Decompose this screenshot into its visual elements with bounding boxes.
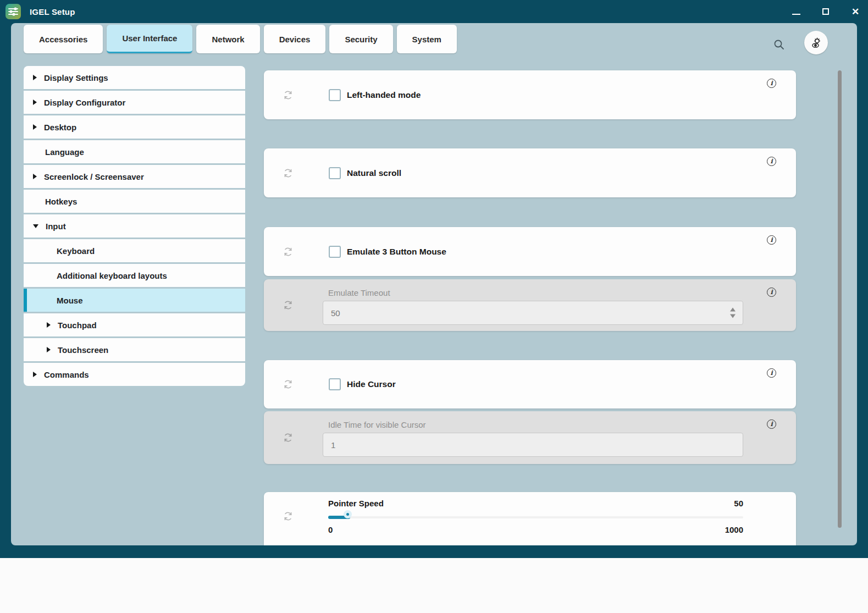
info-icon[interactable]: i <box>767 288 776 297</box>
field-label: Emulate Timeout <box>328 288 390 297</box>
search-icon <box>773 38 785 51</box>
card-idle-time-visible-cursor: Idle Time for visible Cursor i <box>264 411 796 464</box>
info-icon[interactable]: i <box>767 157 776 166</box>
reset-icon[interactable] <box>283 168 293 178</box>
sidebar-item-commands[interactable]: Commands <box>24 363 245 386</box>
sidebar-item-desktop[interactable]: Desktop <box>24 115 245 139</box>
tab-system[interactable]: System <box>397 25 457 53</box>
slider-value: 50 <box>734 499 743 508</box>
emulate-timeout-input[interactable] <box>323 301 743 325</box>
card-natural-scroll: Natural scroll i <box>264 148 796 197</box>
sidebar-item-keyboard[interactable]: Keyboard <box>24 239 245 262</box>
sidebar-item-display-settings[interactable]: Display Settings <box>24 66 245 89</box>
chevron-right-icon <box>33 100 37 105</box>
sidebar-item-label: Input <box>46 222 66 231</box>
sidebar-item-screenlock-screensaver[interactable]: Screenlock / Screensaver <box>24 165 245 188</box>
slider-max-label: 1000 <box>725 525 743 534</box>
sidebar-item-label: Additional keyboard layouts <box>57 271 167 280</box>
app-logo-icon <box>5 4 21 19</box>
chevron-right-icon <box>33 372 37 377</box>
pointer-speed-slider[interactable] <box>328 516 743 518</box>
card-left-handed-mode: Left-handed mode i <box>264 70 796 119</box>
window-frame: IGEL Setup ✕ Accessories User Interface … <box>0 0 868 558</box>
reset-icon[interactable] <box>283 90 293 100</box>
card-hide-cursor: Hide Cursor i <box>264 360 796 408</box>
slider-thumb[interactable] <box>344 510 352 518</box>
sidebar-item-label: Touchscreen <box>58 345 108 355</box>
tab-bar: Accessories User Interface Network Devic… <box>24 25 457 53</box>
sidebar-item-label: Screenlock / Screensaver <box>44 172 144 181</box>
emulate-3-button-mouse-checkbox[interactable] <box>329 246 341 258</box>
spinner-up-icon[interactable] <box>730 305 736 312</box>
tab-network[interactable]: Network <box>196 25 259 53</box>
tab-devices[interactable]: Devices <box>264 25 326 53</box>
sidebar-item-language[interactable]: Language <box>24 140 245 163</box>
info-icon[interactable]: i <box>767 368 776 378</box>
reset-icon[interactable] <box>283 247 293 257</box>
sidebar-item-input[interactable]: Input <box>24 214 245 238</box>
natural-scroll-checkbox[interactable] <box>329 167 341 179</box>
scrollbar[interactable] <box>838 70 842 528</box>
sidebar-item-label: Desktop <box>44 123 76 132</box>
minimize-button[interactable] <box>791 7 801 16</box>
footer: ✕ Close ✓ Save Save and Close <box>0 558 868 613</box>
sidebar-item-touchscreen[interactable]: Touchscreen <box>24 338 245 361</box>
reset-icon <box>283 300 293 310</box>
sidebar-item-label: Keyboard <box>57 246 95 256</box>
sidebar-item-additional-keyboard-layouts[interactable]: Additional keyboard layouts <box>24 264 245 287</box>
maximize-button[interactable] <box>821 7 831 16</box>
window-title: IGEL Setup <box>30 7 75 16</box>
sidebar: Display Settings Display Configurator De… <box>24 66 245 386</box>
sidebar-item-label: Hotkeys <box>45 197 77 206</box>
sidebar-item-label: Mouse <box>57 296 83 305</box>
slider-min-label: 0 <box>328 525 333 534</box>
search-button[interactable] <box>771 36 787 53</box>
tab-user-interface[interactable]: User Interface <box>107 25 192 53</box>
idle-time-input[interactable] <box>323 433 743 457</box>
sidebar-item-label: Touchpad <box>58 321 97 330</box>
gear-eye-icon <box>810 37 822 49</box>
sidebar-item-touchpad[interactable]: Touchpad <box>24 313 245 336</box>
info-icon[interactable]: i <box>767 235 776 245</box>
reset-icon <box>283 433 293 443</box>
igel-setup-window: IGEL Setup ✕ Accessories User Interface … <box>0 0 868 613</box>
info-icon[interactable]: i <box>767 419 776 429</box>
checkbox-label: Natural scroll <box>347 168 401 178</box>
slider-label: Pointer Speed <box>328 499 384 508</box>
tab-security[interactable]: Security <box>329 25 392 53</box>
chevron-down-icon <box>33 224 38 228</box>
card-emulate-3-button-mouse: Emulate 3 Button Mouse i <box>264 227 796 276</box>
spinner-down-icon[interactable] <box>730 314 736 321</box>
spinner-buttons[interactable] <box>730 307 736 319</box>
sidebar-item-hotkeys[interactable]: Hotkeys <box>24 190 245 213</box>
sidebar-item-mouse[interactable]: Mouse <box>24 289 245 312</box>
chevron-right-icon <box>47 322 51 328</box>
chevron-right-icon <box>33 75 37 80</box>
sidebar-item-label: Display Configurator <box>44 98 125 107</box>
sidebar-item-label: Language <box>45 147 84 157</box>
reset-icon[interactable] <box>283 379 293 389</box>
sidebar-item-label: Display Settings <box>44 73 108 82</box>
window-controls: ✕ <box>791 0 860 23</box>
hide-cursor-checkbox[interactable] <box>329 378 341 390</box>
tab-accessories[interactable]: Accessories <box>24 25 103 53</box>
sidebar-item-label: Commands <box>44 370 89 379</box>
field-label: Idle Time for visible Cursor <box>328 420 426 429</box>
observe-mode-button[interactable] <box>804 31 828 54</box>
card-pointer-speed: Pointer Speed 50 0 1000 <box>264 492 796 545</box>
chevron-right-icon <box>47 347 51 352</box>
info-icon[interactable]: i <box>767 79 776 88</box>
card-emulate-timeout: Emulate Timeout i <box>264 279 796 331</box>
titlebar: IGEL Setup ✕ <box>0 0 868 23</box>
checkbox-label: Left-handed mode <box>347 90 421 100</box>
close-window-button[interactable]: ✕ <box>850 7 860 16</box>
sidebar-item-display-configurator[interactable]: Display Configurator <box>24 91 245 114</box>
reset-icon[interactable] <box>283 511 293 521</box>
content-area: Accessories User Interface Network Devic… <box>11 23 857 545</box>
left-handed-mode-checkbox[interactable] <box>329 89 341 101</box>
checkbox-label: Hide Cursor <box>347 379 396 389</box>
chevron-right-icon <box>33 124 37 130</box>
checkbox-label: Emulate 3 Button Mouse <box>347 247 446 257</box>
chevron-right-icon <box>33 174 37 179</box>
